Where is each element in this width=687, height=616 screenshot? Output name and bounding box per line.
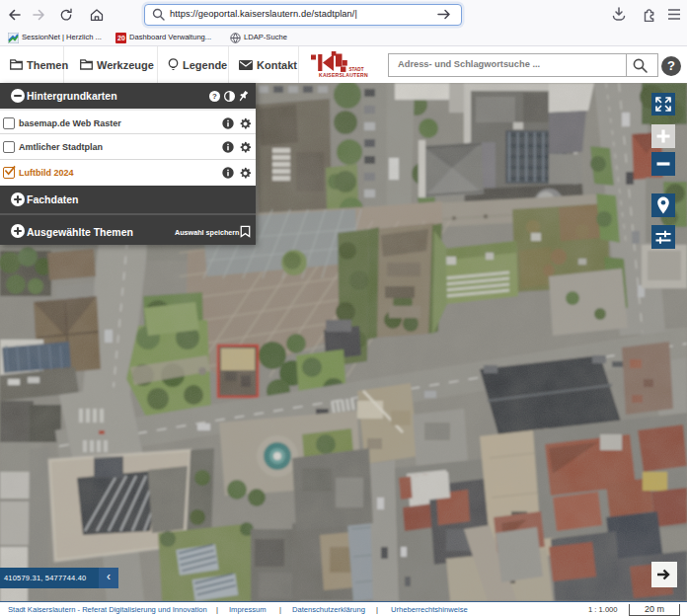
svg-text:?: ?: [212, 92, 217, 101]
svg-text:KAISERSLAUTERN: KAISERSLAUTERN: [319, 72, 368, 78]
